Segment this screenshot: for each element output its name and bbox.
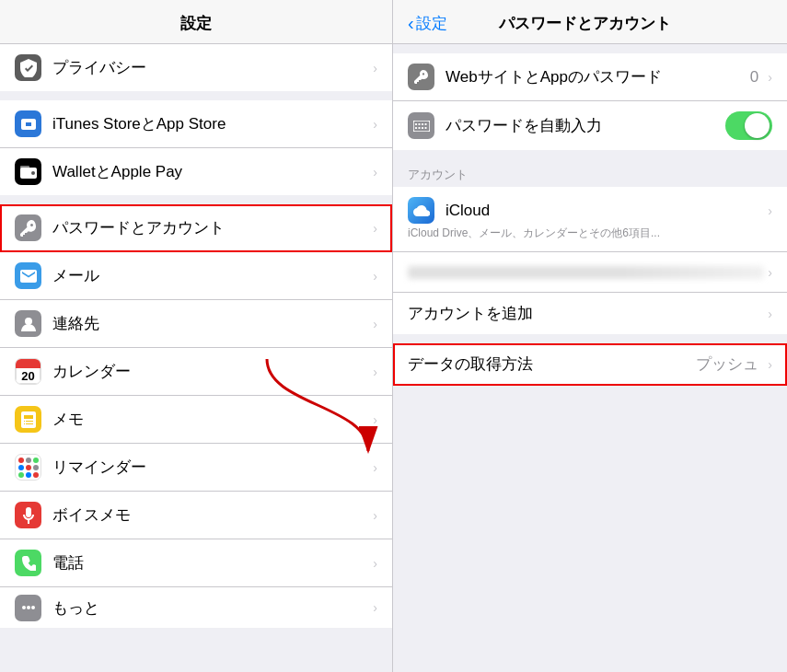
mail-chevron: ›: [373, 269, 377, 284]
svg-rect-13: [424, 123, 426, 125]
svg-rect-15: [418, 127, 420, 129]
wallet-icon: [15, 158, 41, 185]
voice-icon: [15, 502, 41, 528]
contacts-chevron: ›: [373, 317, 377, 331]
privacy-chevron: ›: [373, 61, 377, 75]
auto-fill-item[interactable]: パスワードを自動入力: [393, 101, 787, 150]
web-passwords-label: WebサイトとAppのパスワード: [446, 66, 750, 87]
auto-fill-toggle[interactable]: [725, 111, 772, 140]
blurred-account-item[interactable]: ›: [393, 252, 787, 293]
voice-chevron: ›: [373, 508, 377, 523]
voice-label: ボイスメモ: [52, 504, 369, 526]
privacy-icon: [15, 54, 41, 81]
svg-point-8: [31, 606, 35, 609]
right-content: WebサイトとAppのパスワード 0 › パスワードを自動入力 アカウント: [393, 44, 787, 672]
phone-chevron: ›: [373, 556, 377, 571]
svg-rect-1: [20, 166, 29, 169]
separator-top: [393, 44, 787, 53]
wallet-chevron: ›: [373, 165, 377, 180]
svg-point-2: [31, 171, 35, 175]
left-title: 設定: [180, 15, 212, 32]
icloud-item[interactable]: iCloud › iCloud Drive、メール、カレンダーとその他6項目..…: [393, 187, 787, 252]
wallet-label: WalletとApple Pay: [52, 161, 369, 182]
data-fetch-label: データの取得方法: [408, 353, 696, 375]
reminders-chevron: ›: [373, 460, 377, 475]
icloud-icon: [408, 197, 434, 224]
toggle-knob: [745, 113, 770, 138]
reminders-icon: [15, 454, 41, 481]
svg-rect-11: [418, 123, 420, 125]
add-account-label: アカウントを追加: [408, 303, 764, 324]
right-panel: ‹ 設定 パスワードとアカウント WebサイトとAppのパスワード 0 › パス…: [393, 0, 787, 672]
itunes-chevron: ›: [373, 117, 377, 132]
settings-item-contacts[interactable]: 連絡先 ›: [0, 300, 392, 348]
add-account-chevron: ›: [768, 307, 772, 321]
svg-rect-10: [415, 123, 417, 125]
reminders-label: リマインダー: [52, 457, 369, 478]
settings-item-wallet[interactable]: WalletとApple Pay ›: [0, 148, 392, 195]
settings-item-password[interactable]: パスワードとアカウント ›: [0, 204, 392, 252]
separator-fetch: [393, 334, 787, 343]
back-chevron-icon: ‹: [408, 13, 414, 34]
contacts-icon: [15, 310, 41, 337]
section-accounts: iCloud › iCloud Drive、メール、カレンダーとその他6項目..…: [393, 187, 787, 334]
web-passwords-icon: [408, 64, 434, 90]
settings-section-password: パスワードとアカウント › メール › 連絡先 ›: [0, 204, 392, 628]
calendar-icon: 20: [15, 358, 41, 385]
settings-item-more[interactable]: もっと ›: [0, 587, 392, 628]
separator-2: [0, 195, 392, 204]
keyboard-icon: [408, 112, 434, 139]
settings-item-voice[interactable]: ボイスメモ ›: [0, 492, 392, 539]
phone-label: 電話: [52, 552, 369, 574]
more-icon: [15, 595, 41, 621]
icloud-label: iCloud: [446, 202, 764, 220]
mail-icon: [15, 262, 41, 289]
calendar-label: カレンダー: [52, 361, 369, 382]
settings-item-mail[interactable]: メール ›: [0, 252, 392, 300]
blurred-chevron: ›: [768, 265, 772, 280]
settings-item-notes[interactable]: メモ ›: [0, 396, 392, 444]
settings-item-reminders[interactable]: リマインダー ›: [0, 444, 392, 492]
notes-chevron: ›: [373, 412, 377, 427]
data-fetch-item[interactable]: データの取得方法 プッシュ ›: [393, 343, 787, 386]
itunes-icon: [15, 110, 41, 137]
web-passwords-value: 0: [750, 68, 758, 87]
notes-label: メモ: [52, 409, 369, 430]
password-icon: [15, 214, 41, 241]
password-chevron: ›: [373, 221, 377, 236]
itunes-label: iTunes StoreとApp Store: [52, 113, 369, 134]
icloud-subtitle: iCloud Drive、メール、カレンダーとその他6項目...: [408, 226, 772, 241]
svg-point-6: [22, 606, 26, 609]
settings-item-privacy[interactable]: プライバシー ›: [0, 44, 392, 91]
password-label: パスワードとアカウント: [52, 217, 369, 238]
settings-item-itunes[interactable]: iTunes StoreとApp Store ›: [0, 100, 392, 148]
left-header: 設定: [0, 0, 392, 44]
data-fetch-chevron: ›: [768, 357, 772, 372]
back-button[interactable]: ‹ 設定: [408, 13, 447, 34]
svg-point-3: [25, 318, 32, 325]
right-title: パスワードとアカウント: [453, 13, 717, 34]
section-passwords: WebサイトとAppのパスワード 0 › パスワードを自動入力: [393, 53, 787, 150]
auto-fill-label: パスワードを自動入力: [446, 115, 718, 136]
left-panel: 設定 プライバシー › iTunes StoreとApp Store ›: [0, 0, 393, 672]
svg-rect-14: [415, 127, 417, 129]
more-chevron: ›: [373, 600, 377, 615]
svg-rect-5: [28, 520, 29, 524]
data-fetch-value: プッシュ: [696, 353, 758, 375]
add-account-item[interactable]: アカウントを追加 ›: [393, 293, 787, 334]
svg-rect-16: [422, 127, 423, 129]
svg-rect-12: [422, 123, 423, 125]
icloud-chevron: ›: [768, 203, 772, 218]
settings-item-calendar[interactable]: 20 カレンダー ›: [0, 348, 392, 396]
settings-section-store: iTunes StoreとApp Store › WalletとApple Pa…: [0, 100, 392, 195]
settings-list: プライバシー › iTunes StoreとApp Store › Wallet…: [0, 44, 392, 672]
more-label: もっと: [52, 597, 369, 619]
contacts-label: 連絡先: [52, 313, 369, 334]
notes-icon: [15, 406, 41, 433]
web-passwords-item[interactable]: WebサイトとAppのパスワード 0 ›: [393, 53, 787, 101]
svg-rect-4: [26, 507, 31, 517]
right-header: ‹ 設定 パスワードとアカウント: [393, 0, 787, 44]
svg-rect-9: [413, 121, 430, 132]
svg-rect-17: [424, 127, 426, 129]
settings-item-phone[interactable]: 電話 ›: [0, 539, 392, 587]
